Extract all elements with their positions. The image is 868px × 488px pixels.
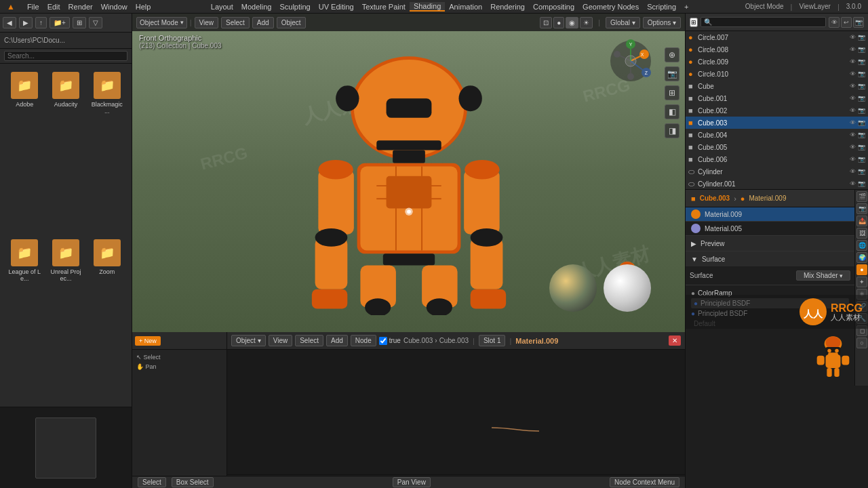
render-icon[interactable]: 📷	[858, 107, 865, 114]
filter-button[interactable]: ▽	[89, 17, 102, 28]
xray-icon[interactable]: ◨	[665, 123, 679, 138]
material-tab[interactable]: ●	[856, 264, 867, 275]
menu-window[interactable]: Window	[97, 3, 132, 11]
object-button[interactable]: Object	[277, 17, 306, 28]
outliner-item[interactable]: ● Circle.010 👁 📷	[686, 68, 868, 80]
select-dropdown[interactable]: Select	[295, 335, 323, 346]
modifiers-tab[interactable]: 🔧	[856, 313, 867, 324]
outliner-item-cube003[interactable]: ■ Cube.003 👁 📷	[686, 117, 868, 129]
object-tab[interactable]: ○	[856, 338, 867, 348]
options-btn[interactable]: Options ▾	[643, 17, 681, 28]
file-item[interactable]: 📁 Unreal Projec...	[47, 237, 85, 401]
material-list-item[interactable]: Material.009	[686, 207, 854, 222]
select-button[interactable]: Select	[221, 17, 250, 28]
principled-bsdf-row1[interactable]: ● Principled BSDF	[691, 298, 849, 308]
add-tab-button[interactable]: +	[680, 3, 692, 11]
outliner-filter-btn[interactable]: ⊞	[690, 18, 698, 27]
principled-bsdf-row2[interactable]: ● Principled BSDF	[691, 308, 849, 319]
eye-icon[interactable]: 👁	[850, 168, 856, 175]
eye-icon[interactable]: 👁	[850, 70, 856, 77]
nav-gizmo[interactable]: X Y Z	[607, 37, 654, 85]
tab-shading[interactable]: Shading	[410, 2, 445, 12]
eye-icon[interactable]: 👁	[850, 156, 856, 163]
solid-btn[interactable]: ●	[553, 17, 564, 28]
particles-tab[interactable]: ✦	[856, 277, 867, 287]
tab-animation[interactable]: Animation	[445, 3, 486, 11]
eye-icon[interactable]: 👁	[850, 58, 856, 65]
file-item[interactable]: 📁 Adobe	[5, 69, 44, 234]
object-mode-dropdown[interactable]: Object Mode	[136, 17, 187, 28]
outliner-item[interactable]: ■ Cube.005 👁 📷	[686, 141, 868, 153]
object-data-tab[interactable]: ◻	[856, 325, 867, 336]
grid-icon[interactable]: ⊞	[665, 85, 679, 100]
eye-icon[interactable]: 👁	[850, 144, 856, 150]
file-item[interactable]: 📁 League of Le...	[5, 237, 44, 401]
file-search-input[interactable]	[4, 51, 127, 61]
outliner-item[interactable]: ● Circle.009 👁 📷	[686, 56, 868, 68]
material-list-item[interactable]: Material.005	[686, 222, 854, 236]
render-icon[interactable]: 📷	[858, 95, 865, 102]
node-close-btn[interactable]: ✕	[669, 336, 681, 346]
world-tab[interactable]: 🌍	[856, 252, 867, 263]
eye-icon[interactable]: 👁	[850, 180, 856, 187]
surface-shader-value[interactable]: Mix Shader	[796, 270, 850, 281]
tab-rendering[interactable]: Rendering	[486, 3, 529, 11]
node-canvas-area[interactable]: ◆ Bump Normal Invert Strength	[227, 350, 685, 474]
color-ramp-row[interactable]: ● ColorRamp	[691, 288, 849, 298]
rendered-btn[interactable]: ☀	[580, 17, 593, 28]
outliner-item[interactable]: ⬭ Cylinder 👁 📷	[686, 165, 868, 178]
render-icon[interactable]: 📷	[858, 168, 865, 175]
white-preview-ball[interactable]	[604, 264, 651, 312]
eye-icon[interactable]: 👁	[850, 107, 856, 114]
wireframe-btn[interactable]: ⊡	[540, 17, 552, 28]
new-folder-button[interactable]: 📁+	[50, 17, 70, 28]
box-select-status-btn[interactable]: Box Select	[172, 477, 214, 487]
node-menu[interactable]: Node	[351, 335, 376, 346]
outliner-item[interactable]: ■ Cube.006 👁 📷	[686, 153, 868, 165]
eye-icon[interactable]: 👁	[850, 46, 856, 53]
constraints-tab[interactable]: 🔗	[856, 301, 867, 312]
outliner-item[interactable]: ■ Cube.001 👁 📷	[686, 92, 868, 104]
outliner-item[interactable]: ● Circle.007 👁 📷	[686, 31, 868, 43]
outliner-item[interactable]: ● Circle.008 👁 📷	[686, 43, 868, 56]
render-icon[interactable]: 📷	[858, 34, 865, 41]
outliner-icon3[interactable]: 📷	[853, 17, 864, 28]
slot-dropdown[interactable]: Slot 1	[479, 335, 506, 346]
zoom-to-fit-icon[interactable]: ⊕	[665, 47, 679, 62]
nav-forward-button[interactable]: ▶	[19, 17, 33, 28]
outliner-search-input[interactable]	[701, 17, 826, 27]
tab-texture-paint[interactable]: Texture Paint	[358, 3, 410, 11]
nav-up-button[interactable]: ↑	[35, 17, 47, 28]
tab-geometry-nodes[interactable]: Geometry Nodes	[578, 3, 643, 11]
eye-icon[interactable]: 👁	[850, 131, 856, 138]
view-toggle-button[interactable]: ⊞	[73, 17, 86, 28]
menu-help[interactable]: Help	[132, 3, 155, 11]
tab-layout[interactable]: Layout	[207, 3, 237, 11]
outliner-item[interactable]: ■ Cube.004 👁 📷	[686, 129, 868, 141]
physics-tab[interactable]: ⚛	[856, 289, 867, 300]
menu-file[interactable]: File	[23, 3, 43, 11]
scene-tab[interactable]: 🌐	[856, 240, 867, 251]
file-item[interactable]: 📁 Audacity	[47, 69, 85, 234]
view-layer-tab[interactable]: 🖼	[856, 228, 867, 239]
view-dropdown[interactable]: View	[269, 335, 293, 346]
node-context-btn[interactable]: Node Context Menu	[610, 477, 679, 487]
render-icon[interactable]: 📷	[858, 46, 865, 53]
eye-icon[interactable]: 👁	[850, 119, 856, 126]
select-status-btn[interactable]: Select	[138, 477, 166, 487]
menu-render[interactable]: Render	[64, 3, 97, 11]
viewport-3d[interactable]: 人人素材 RRCG 人人素材 RRCG 人人素材	[132, 14, 685, 332]
eye-icon[interactable]: 👁	[850, 83, 856, 89]
file-item[interactable]: 📁 Zoom	[87, 237, 126, 401]
add-node-btn[interactable]: Add	[326, 335, 348, 346]
eye-icon[interactable]: 👁	[850, 95, 856, 102]
add-button[interactable]: Add	[252, 17, 274, 28]
breadcrumb-item2[interactable]: Cube.003	[439, 337, 469, 344]
tab-uv-editing[interactable]: UV Editing	[315, 3, 358, 11]
render-icon[interactable]: 📷	[858, 58, 865, 65]
nav-back-button[interactable]: ◀	[3, 17, 16, 28]
node-add-btn[interactable]: + New	[135, 336, 161, 346]
output-prop-tab[interactable]: 📤	[856, 216, 867, 226]
scene-prop-tab[interactable]: 🎬	[856, 191, 867, 202]
use-nodes-checkbox[interactable]	[379, 337, 387, 345]
